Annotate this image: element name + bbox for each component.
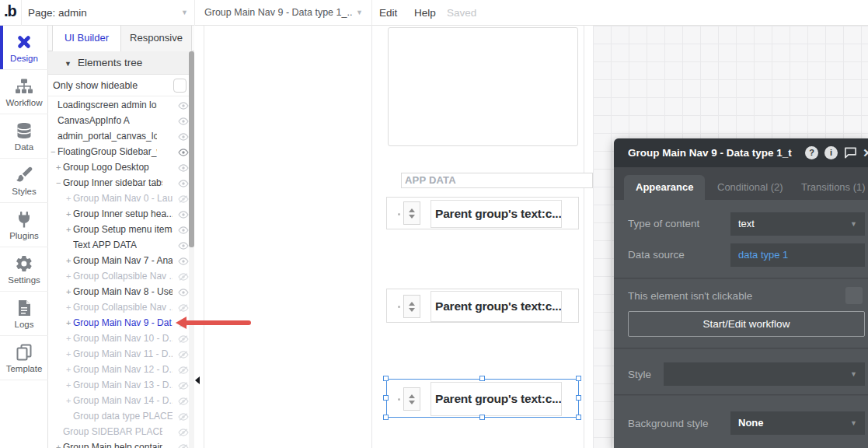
eye-icon[interactable] <box>178 117 189 124</box>
chevron-down-icon[interactable]: ▼ <box>181 0 188 26</box>
type-of-content-dropdown[interactable]: text ▼ <box>730 212 865 236</box>
canvas-group-box[interactable] <box>388 27 578 146</box>
tree-item[interactable]: CanvasAppInfo A <box>48 113 189 128</box>
eye-icon[interactable] <box>178 226 189 233</box>
comment-icon[interactable] <box>844 146 857 159</box>
tab-responsive[interactable]: Responsive <box>121 26 192 51</box>
elements-tree-header[interactable]: ▼Elements tree <box>48 51 194 75</box>
eye-icon[interactable] <box>178 288 189 296</box>
eye-icon[interactable] <box>178 101 189 109</box>
tree-item[interactable]: +Group Main Nav 13 - D... <box>48 377 189 393</box>
element-selector[interactable]: Group Main Nav 9 - Data type 1_... <box>204 0 352 26</box>
property-editor-header[interactable]: Group Main Nav 9 - Data type 1_t ? i ✕ <box>614 138 868 167</box>
tab-transitions[interactable]: Transitions (1) <box>790 175 868 200</box>
eye-icon[interactable] <box>178 210 189 218</box>
selection-handle[interactable] <box>576 415 581 420</box>
tree-item[interactable]: Loadingscreen admin loader <box>48 97 189 113</box>
eye-off-icon[interactable] <box>178 303 189 311</box>
expand-icon[interactable]: + <box>66 256 73 265</box>
expand-icon[interactable]: + <box>66 365 73 374</box>
expand-icon[interactable]: + <box>66 303 73 312</box>
expand-icon[interactable]: + <box>66 349 73 359</box>
sort-toggle[interactable] <box>403 201 420 225</box>
page-selector[interactable]: Page: admin <box>28 0 87 26</box>
expand-icon[interactable]: + <box>66 209 73 219</box>
tree-item[interactable]: +Group Main Nav 14 - D... <box>48 393 189 408</box>
tree-item[interactable]: +Group Logo Desktop <box>48 159 189 175</box>
expand-icon[interactable]: + <box>56 163 63 172</box>
collapse-icon[interactable]: − <box>51 147 58 156</box>
selection-handle[interactable] <box>576 376 581 381</box>
tree-item[interactable]: +Group Collapsible Nav ... <box>48 268 189 284</box>
close-icon[interactable]: ✕ <box>861 146 868 159</box>
sort-toggle[interactable] <box>403 295 420 318</box>
bubble-logo[interactable]: .b <box>4 2 16 20</box>
style-dropdown[interactable]: ▼ <box>664 362 865 386</box>
eye-off-icon[interactable] <box>178 319 189 327</box>
panel-collapse-handle[interactable] <box>195 376 200 384</box>
nav-rail-item-settings[interactable]: Settings <box>0 247 48 292</box>
background-style-dropdown[interactable]: None ▼ <box>730 411 865 435</box>
app-data-text-element[interactable]: APP DATA <box>401 173 593 188</box>
only-show-hideable-checkbox[interactable] <box>173 79 186 93</box>
collapse-icon[interactable]: − <box>56 178 63 187</box>
nav-rail-item-design[interactable]: Design <box>0 26 48 70</box>
expand-icon[interactable]: + <box>66 271 73 281</box>
eye-off-icon[interactable] <box>178 334 189 342</box>
not-clickable-checkbox[interactable] <box>845 287 863 304</box>
expand-icon[interactable]: + <box>66 194 73 203</box>
repeating-row-selected[interactable]: Parent group's text:c... <box>386 379 579 418</box>
help-icon[interactable]: ? <box>805 146 818 159</box>
tree-item[interactable]: +Group Inner setup hea... <box>48 206 189 222</box>
nav-rail-item-data[interactable]: Data <box>0 114 48 159</box>
tree-item[interactable]: −FloatingGroup Sidebar_we... <box>48 144 189 159</box>
expand-icon[interactable]: + <box>66 334 73 343</box>
tree-scrollbar-thumb[interactable] <box>189 51 194 247</box>
selection-handle[interactable] <box>383 376 389 381</box>
eye-off-icon[interactable] <box>178 397 189 404</box>
expand-icon[interactable]: + <box>66 225 73 234</box>
expand-icon[interactable]: + <box>66 318 73 327</box>
tab-conditional[interactable]: Conditional (2) <box>706 175 795 200</box>
tree-item[interactable]: +Group Main Nav 8 - Use... <box>48 284 189 299</box>
tree-item[interactable]: +Group Main Nav 11 - D... <box>48 346 189 362</box>
tree-item[interactable]: +Group Main help container <box>48 439 189 448</box>
tree-item[interactable]: Group data type PLACE... <box>48 408 189 424</box>
eye-off-icon[interactable] <box>178 412 189 420</box>
nav-rail-item-styles[interactable]: Styles <box>0 159 48 203</box>
tree-item[interactable]: +Group Setup menu items <box>48 222 189 237</box>
eye-off-icon[interactable] <box>178 350 189 358</box>
parent-group-text-element[interactable]: Parent group's text:c... <box>431 382 562 416</box>
selection-handle[interactable] <box>383 395 389 401</box>
repeating-row[interactable]: Parent group's text:c... <box>386 289 579 323</box>
tree-item[interactable]: −Group Inner sidebar tabs... <box>48 175 189 191</box>
nav-rail-item-workflow[interactable]: Workflow <box>0 70 48 114</box>
tree-item[interactable]: +Group Collapsible Nav ... <box>48 299 189 315</box>
canvas[interactable]: APP DATA Parent group's text:c...Parent … <box>194 26 593 448</box>
eye-icon[interactable] <box>178 179 189 187</box>
repeating-row[interactable]: Parent group's text:c... <box>386 197 579 229</box>
tree-item[interactable]: +Group Main Nav 12 - D... <box>48 362 189 377</box>
expand-icon[interactable]: + <box>66 380 73 390</box>
chevron-down-icon[interactable]: ▼ <box>356 0 363 26</box>
tree-item[interactable]: admin_portal_canvas_logic <box>48 128 189 144</box>
tree-item[interactable]: Group SIDEBAR PLACEH... <box>48 424 189 439</box>
parent-group-text-element[interactable]: Parent group's text:c... <box>431 200 562 228</box>
expand-icon[interactable]: + <box>56 443 63 448</box>
eye-off-icon[interactable] <box>178 443 189 448</box>
eye-off-icon[interactable] <box>178 381 189 389</box>
selection-handle[interactable] <box>479 415 485 420</box>
eye-off-icon[interactable] <box>178 428 189 436</box>
expand-icon[interactable]: + <box>66 287 73 296</box>
tab-ui-builder[interactable]: UI Builder <box>52 26 121 52</box>
nav-rail-item-logs[interactable]: Logs <box>0 292 48 336</box>
help-menu[interactable]: Help <box>414 0 436 26</box>
info-icon[interactable]: i <box>824 146 838 159</box>
eye-icon[interactable] <box>178 148 189 156</box>
eye-icon[interactable] <box>178 241 189 249</box>
eye-off-icon[interactable] <box>178 194 189 202</box>
selection-handle[interactable] <box>383 415 389 420</box>
tree-item[interactable]: Text APP DATA <box>48 237 189 253</box>
nav-rail-item-plugins[interactable]: Plugins <box>0 203 48 247</box>
edit-menu[interactable]: Edit <box>379 0 397 26</box>
